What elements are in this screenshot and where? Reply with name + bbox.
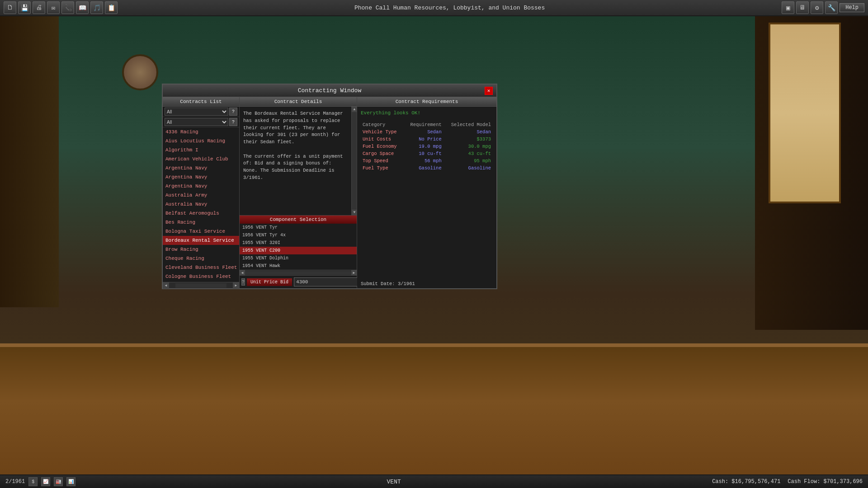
phone-icon[interactable]: 📞 [61, 1, 74, 14]
filter-help-1[interactable]: ? [229, 108, 237, 116]
bid-help-button[interactable]: ? [241, 278, 245, 286]
toolbar-right: ▣ 🖥 ⚙ 🔧 Help [778, 1, 868, 14]
wall-clock [122, 54, 158, 90]
list-item[interactable]: Bes Racing [163, 218, 239, 227]
graph-icon[interactable]: 📈 [41, 477, 50, 486]
bid-row: ? Unit Price Bid Submit Offer ? [240, 275, 357, 288]
list-item[interactable]: Cheque Racing [163, 254, 239, 263]
req-requirement: 10 cu-ft [404, 150, 443, 157]
list-item[interactable]: Argentina Navy [163, 182, 239, 191]
list-item[interactable]: 4336 Racing [163, 127, 239, 136]
req-requirement: Sedan [404, 128, 443, 136]
details-scroll-down[interactable]: ▼ [352, 210, 357, 215]
table-row: Top Speed 56 mph 95 mph [361, 157, 493, 164]
requirements-table: Category Requirement Selected Model Vehi… [357, 119, 496, 279]
col-header-requirement: Requirement [404, 121, 443, 128]
component-item[interactable]: 1956 VENT Tyr [240, 224, 357, 231]
contracting-window: Contracting Window ✕ Contracts List All … [162, 84, 497, 289]
requirements-ok-text: Everything looks OK! [357, 107, 496, 119]
print-icon[interactable]: 🖨 [33, 1, 45, 14]
contracts-list[interactable]: 4336 Racing Aius Locutius Racing Algorit… [163, 127, 239, 282]
filter-row-2: All ? [163, 117, 239, 127]
component-section: Component Selection 1956 VENT Tyr 1956 V… [240, 215, 357, 275]
stats-icon[interactable]: 📊 [66, 477, 75, 486]
filter-help-2[interactable]: ? [229, 118, 237, 126]
list-item[interactable]: Australia Navy [163, 200, 239, 209]
details-panel: Contract Details The Bordeaux Rental Ser… [240, 97, 357, 288]
contracts-hscroll[interactable]: ◀ ▶ [163, 282, 239, 288]
desk [0, 343, 868, 488]
table-row: Vehicle Type Sedan Sedan [361, 128, 493, 136]
col-header-selected: Selected Model [443, 121, 493, 128]
list-item[interactable]: Belfast Aeromoguls [163, 209, 239, 218]
hscroll-right-arrow[interactable]: ▶ [233, 282, 239, 289]
comp-scroll-left[interactable]: ◀ [240, 270, 245, 276]
component-hscroll[interactable]: ◀ ▶ [240, 270, 357, 275]
list-item[interactable]: Brow Racing [163, 245, 239, 254]
window-icon[interactable]: ▣ [782, 1, 794, 14]
req-category: Fuel Economy [361, 143, 404, 150]
list-item[interactable]: Bologna Taxi Service [163, 227, 239, 236]
bid-input[interactable] [294, 277, 362, 286]
close-button[interactable]: ✕ [485, 87, 493, 95]
list-item[interactable]: Aius Locutius Racing [163, 136, 239, 145]
new-icon[interactable]: 🗋 [4, 1, 16, 14]
hscroll-left-arrow[interactable]: ◀ [163, 282, 169, 289]
bid-label: Unit Price Bid [247, 278, 292, 286]
help-button[interactable]: Help [840, 3, 864, 12]
comp-scroll-right[interactable]: ▶ [351, 270, 357, 276]
filter-row-1: All ? [163, 107, 239, 117]
contract-details-header: Contract Details [240, 97, 357, 107]
list-item[interactable]: Cleveland Business Fleet [163, 263, 239, 272]
req-category: Cargo Space [361, 150, 404, 157]
col-header-category: Category [361, 121, 404, 128]
date-display: 2/1961 [5, 479, 25, 485]
list-item[interactable]: Australia Army [163, 191, 239, 200]
gear2-icon[interactable]: 🔧 [825, 1, 838, 14]
list-item[interactable]: Algorithm I [163, 145, 239, 155]
bookshelf-left [0, 14, 59, 307]
book-icon[interactable]: 📖 [76, 1, 89, 14]
details-vscroll[interactable]: ▲ ▼ [351, 107, 357, 215]
list-item[interactable]: Argentina Navy [163, 164, 239, 173]
details-scroll-up[interactable]: ▲ [352, 107, 357, 112]
contracts-list-header: Contracts List [163, 97, 239, 107]
mail-icon[interactable]: ✉ [47, 1, 60, 14]
list-item[interactable]: American Vehicle Club [163, 155, 239, 164]
component-item[interactable]: 1956 VENT Tyr 4x [240, 231, 357, 239]
clipboard-icon[interactable]: 📋 [105, 1, 118, 14]
factory-icon[interactable]: 🏭 [54, 477, 63, 486]
component-item[interactable]: 1954 VENT Hawk [240, 262, 357, 270]
cash-display: Cash: $16,795,576,471 [712, 479, 780, 485]
settings-icon[interactable]: ⚙ [811, 1, 823, 14]
monitor-icon[interactable]: 🖥 [796, 1, 809, 14]
req-category: Unit Costs [361, 136, 404, 143]
component-list[interactable]: 1956 VENT Tyr 1956 VENT Tyr 4x 1955 VENT… [240, 224, 357, 270]
component-item[interactable]: 1955 VENT Dolphin [240, 254, 357, 262]
req-selected: 30.0 mpg [443, 143, 493, 150]
table-row: Fuel Type Gasoline Gasoline [361, 164, 493, 172]
top-toolbar: 🗋 💾 🖨 ✉ 📞 📖 🎵 📋 Phone Call Human Resourc… [0, 0, 868, 16]
component-item[interactable]: 1955 VENT 320I [240, 239, 357, 247]
hscroll-track[interactable] [175, 283, 226, 288]
component-item-selected[interactable]: 1955 VENT C200 [240, 247, 357, 254]
req-category: Vehicle Type [361, 128, 404, 136]
details-text-line1: The Bordeaux Rental Service Manager has … [243, 111, 343, 145]
dollar-icon[interactable]: $ [28, 477, 38, 486]
req-selected: Sedan [443, 128, 493, 136]
req-category: Fuel Type [361, 164, 404, 172]
save-icon[interactable]: 💾 [18, 1, 31, 14]
comp-scroll-track[interactable] [245, 271, 351, 275]
filter-select-1[interactable]: All [165, 108, 228, 116]
list-item-bordeaux[interactable]: Bordeaux Rental Service [163, 236, 239, 245]
music-icon[interactable]: 🎵 [90, 1, 103, 14]
table-row: Unit Costs No Price $3373 [361, 136, 493, 143]
req-requirement: 19.0 mpg [404, 143, 443, 150]
toolbar-center-text: Phone Call Human Resources, Lobbyist, an… [121, 5, 778, 11]
list-item[interactable]: Cologne Business Fleet [163, 272, 239, 281]
filter-select-2[interactable]: All [165, 118, 228, 126]
req-category: Top Speed [361, 157, 404, 164]
window-titlebar: Contracting Window ✕ [163, 84, 496, 97]
list-item[interactable]: Argentina Navy [163, 173, 239, 182]
bottom-bar-right: Cash: $16,795,576,471 Cash Flow: $701,37… [712, 479, 863, 485]
